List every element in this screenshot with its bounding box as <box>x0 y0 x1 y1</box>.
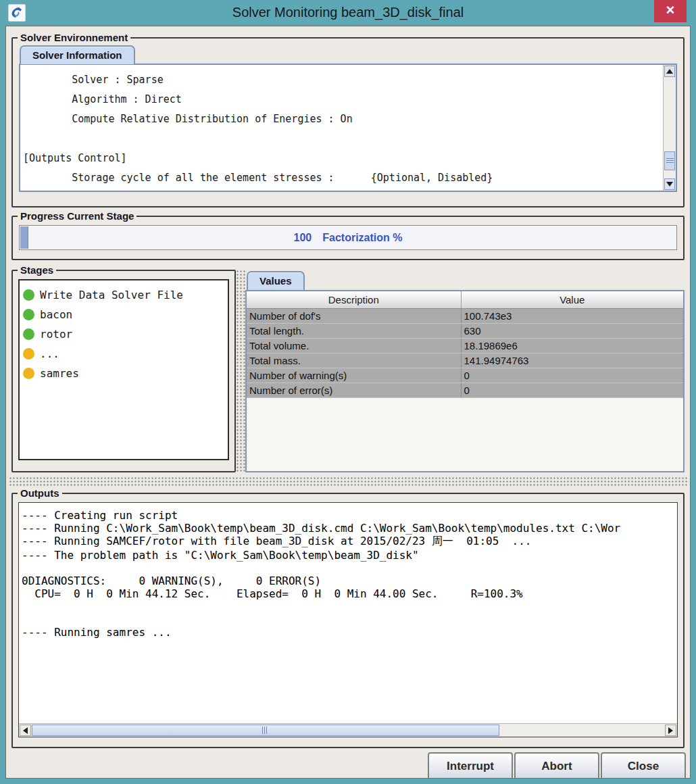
window-title: Solver Monitoring beam_3D_disk_final <box>0 0 696 26</box>
stage-label: rotor <box>40 328 72 341</box>
close-button[interactable]: Close <box>601 752 686 779</box>
solver-information-text: Solver : Sparse Algorithm : Direct Compu… <box>20 65 676 188</box>
values-table-row[interactable]: Number of error(s) 0 <box>247 383 683 398</box>
values-table-filler <box>247 398 683 471</box>
stage-status-icon <box>23 348 34 360</box>
values-table-row[interactable]: Number of dof's 100.743e3 <box>247 309 683 324</box>
value-cell: 18.19869e6 <box>461 339 683 353</box>
value-cell: 630 <box>461 324 683 338</box>
triangle-right-icon <box>668 727 673 734</box>
titlebar[interactable]: Solver Monitoring beam_3D_disk_final × <box>0 0 696 26</box>
scroll-right-button[interactable] <box>665 725 676 736</box>
stage-list-item[interactable]: bacon <box>23 305 225 324</box>
interrupt-button[interactable]: Interrupt <box>428 752 513 779</box>
horizontal-splitter[interactable] <box>9 476 687 486</box>
vertical-scroll-thumb[interactable] <box>664 151 675 170</box>
scroll-down-button[interactable] <box>664 178 675 190</box>
vertical-splitter[interactable] <box>236 270 245 472</box>
values-section: Values Description Value Number of dof's… <box>245 270 685 472</box>
progress-value: 100 <box>294 232 312 244</box>
triangle-up-icon <box>666 69 673 74</box>
value-cell: 0 <box>461 368 683 383</box>
values-table-row[interactable]: Number of warning(s) 0 <box>247 368 683 383</box>
column-header-value[interactable]: Value <box>461 291 683 308</box>
value-cell: 141.94974763 <box>461 353 683 368</box>
stage-list-item[interactable]: rotor <box>23 324 225 344</box>
scroll-left-button[interactable] <box>20 725 31 736</box>
triangle-down-icon <box>666 182 673 187</box>
column-header-description[interactable]: Description <box>247 291 461 308</box>
solver-environment-legend: Solver Environnement <box>18 32 130 43</box>
stages-list: Write Data Solver File bacon rotor ... s… <box>20 280 228 383</box>
horizontal-scroll-thumb[interactable] <box>32 725 499 736</box>
stage-status-icon <box>23 289 34 301</box>
stage-label: samres <box>40 367 79 380</box>
scroll-up-button[interactable] <box>664 66 675 77</box>
thumb-grip-icon <box>262 727 268 734</box>
stages-panel: Write Data Solver File bacon rotor ... s… <box>18 279 229 460</box>
outputs-horizontal-scrollbar[interactable] <box>19 723 677 737</box>
stage-label: Write Data Solver File <box>40 289 183 301</box>
solver-info-tabrow: Solver Information <box>20 45 683 65</box>
progress-legend: Progress Current Stage <box>18 210 136 222</box>
outputs-group: Outputs ---- Creating run script ---- Ru… <box>11 493 685 748</box>
description-cell: Total mass. <box>247 353 461 368</box>
values-table-row[interactable]: Total volume. 18.19869e6 <box>247 339 683 353</box>
close-window-button[interactable]: × <box>654 0 687 22</box>
values-table-pane: Description Value Number of dof's 100.74… <box>245 290 685 472</box>
stage-status-icon <box>23 368 34 379</box>
progress-bar: 100 Factorization % <box>19 225 677 250</box>
description-cell: Number of dof's <box>247 309 461 323</box>
progress-group: Progress Current Stage 100 Factorization… <box>11 216 685 260</box>
tab-solver-information[interactable]: Solver Information <box>20 45 135 64</box>
values-tabrow: Values <box>247 271 685 291</box>
stage-list-item[interactable]: samres <box>23 364 225 383</box>
abort-button[interactable]: Abort <box>514 752 599 779</box>
middle-split-area: Stages Write Data Solver File bacon roto… <box>11 270 685 472</box>
stage-label: bacon <box>40 308 72 321</box>
outputs-console-pane[interactable]: ---- Creating run script ---- Running C:… <box>18 502 678 737</box>
outputs-console-text: ---- Creating run script ---- Running C:… <box>19 503 677 639</box>
outputs-legend: Outputs <box>18 487 62 499</box>
description-cell: Total volume. <box>247 339 461 353</box>
solver-information-pane[interactable]: Solver : Sparse Algorithm : Direct Compu… <box>19 64 677 192</box>
stage-list-item[interactable]: ... <box>23 344 225 364</box>
stage-status-icon <box>23 328 34 340</box>
tab-values[interactable]: Values <box>247 271 305 290</box>
solver-info-vertical-scrollbar[interactable] <box>663 65 676 191</box>
progress-stage-label: Factorization % <box>322 232 402 244</box>
value-cell: 100.743e3 <box>461 309 683 323</box>
description-cell: Total length. <box>247 324 461 338</box>
values-table-row[interactable]: Total length. 630 <box>247 324 683 339</box>
solver-monitoring-window: Solver Monitoring beam_3D_disk_final × S… <box>0 0 696 784</box>
solver-environment-group: Solver Environnement Solver Information … <box>11 37 685 207</box>
values-table-header[interactable]: Description Value <box>247 291 683 309</box>
stage-list-item[interactable]: Write Data Solver File <box>23 285 225 305</box>
description-cell: Number of warning(s) <box>247 368 461 383</box>
stage-status-icon <box>23 309 34 320</box>
thumb-grip-icon <box>666 158 674 164</box>
values-table-body: Number of dof's 100.743e3 Total length. … <box>247 309 683 398</box>
values-table-row[interactable]: Total mass. 141.94974763 <box>247 353 683 368</box>
progress-text: 100 Factorization % <box>20 226 676 249</box>
stages-legend: Stages <box>18 264 56 276</box>
description-cell: Number of error(s) <box>247 383 461 397</box>
stages-group: Stages Write Data Solver File bacon roto… <box>11 270 236 472</box>
value-cell: 0 <box>461 383 683 397</box>
dialog-content: Solver Environnement Solver Information … <box>5 26 691 779</box>
triangle-left-icon <box>23 727 28 734</box>
stage-label: ... <box>40 347 59 360</box>
button-bar: Interrupt Abort Close <box>9 748 687 779</box>
